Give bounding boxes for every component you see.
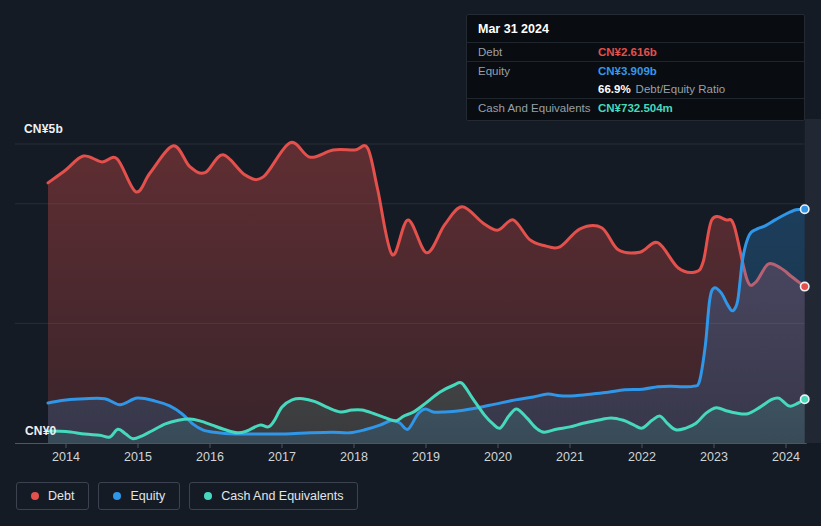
equity-dot-icon	[113, 492, 121, 500]
hover-tooltip: Mar 31 2024 Debt CN¥2.616b Equity CN¥3.9…	[466, 14, 805, 121]
x-axis-label-2014: 2014	[52, 450, 80, 464]
legend-item-equity[interactable]: Equity	[98, 482, 180, 510]
future-band	[805, 119, 821, 443]
cash-end-marker[interactable]	[801, 395, 809, 403]
x-axis-label-2015: 2015	[124, 450, 152, 464]
y-axis-max-label: CN¥5b	[24, 122, 63, 136]
tooltip-row-ratio: 66.9% Debt/Equity Ratio	[467, 80, 804, 99]
tooltip-equity-label: Equity	[467, 65, 598, 77]
debt-end-marker[interactable]	[801, 282, 809, 290]
legend-item-debt[interactable]: Debt	[16, 482, 89, 510]
x-axis-label-2020: 2020	[484, 450, 512, 464]
tooltip-debt-label: Debt	[467, 46, 598, 58]
legend-item-cash-and-equivalents[interactable]: Cash And Equivalents	[189, 482, 358, 510]
tooltip-row-cash: Cash And Equivalents CN¥732.504m	[467, 99, 804, 117]
x-axis-label-2024: 2024	[772, 450, 800, 464]
tooltip-debt-value: CN¥2.616b	[598, 46, 657, 58]
legend-label: Equity	[130, 489, 165, 503]
tooltip-row-equity: Equity CN¥3.909b	[467, 62, 804, 80]
legend-label: Cash And Equivalents	[221, 489, 343, 503]
tooltip-date: Mar 31 2024	[467, 15, 804, 43]
x-axis-label-2021: 2021	[556, 450, 584, 464]
tooltip-cash-label: Cash And Equivalents	[467, 102, 598, 114]
debt-dot-icon	[31, 492, 39, 500]
equity-end-marker[interactable]	[801, 205, 809, 213]
tooltip-cash-value: CN¥732.504m	[598, 102, 673, 114]
cash-and-equivalents-dot-icon	[204, 492, 212, 500]
chart-legend: DebtEquityCash And Equivalents	[16, 482, 358, 510]
x-axis-label-2023: 2023	[700, 450, 728, 464]
x-axis-label-2022: 2022	[628, 450, 656, 464]
x-axis-label-2019: 2019	[412, 450, 440, 464]
x-axis-line	[15, 444, 807, 449]
debt-equity-chart-panel: CN¥5b CN¥0 20142015201620172018201920202…	[0, 0, 821, 526]
tooltip-ratio-value: 66.9%	[598, 83, 631, 95]
legend-label: Debt	[48, 489, 74, 503]
x-axis-label-2018: 2018	[340, 450, 368, 464]
tooltip-row-debt: Debt CN¥2.616b	[467, 43, 804, 62]
y-axis-zero-label: CN¥0	[25, 424, 56, 438]
tooltip-ratio-label: Debt/Equity Ratio	[636, 83, 726, 95]
x-axis-label-2017: 2017	[268, 450, 296, 464]
tooltip-equity-value: CN¥3.909b	[598, 65, 657, 77]
x-axis-label-2016: 2016	[196, 450, 224, 464]
